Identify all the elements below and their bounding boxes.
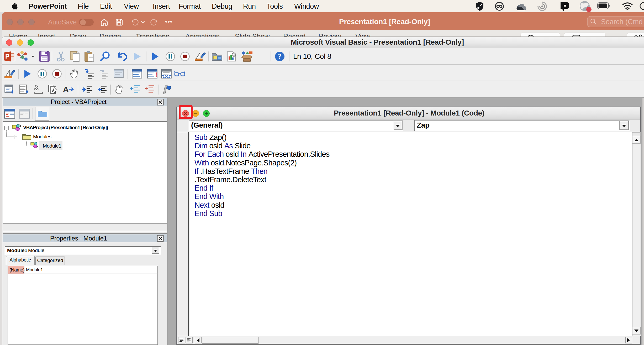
svg-text:P: P [5, 53, 9, 60]
svg-text:?: ? [278, 53, 282, 60]
svg-text:!: ! [155, 71, 157, 79]
svg-text:A: A [63, 85, 69, 93]
